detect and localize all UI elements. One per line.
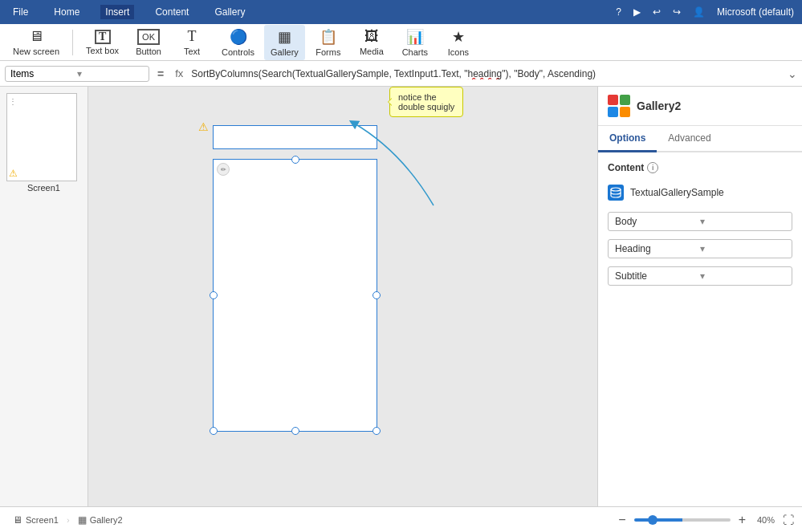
redo-icon[interactable]: ↪ — [673, 6, 681, 18]
screen1-label: Screen1 — [6, 183, 81, 193]
gallery-button[interactable]: ▦ Gallery — [264, 25, 305, 60]
body-dropdown-label: Body — [615, 216, 700, 227]
breadcrumb-screen1[interactable]: 🖥 Screen1 — [8, 513, 63, 527]
handle-mid-right[interactable] — [373, 291, 381, 299]
formula-selector-label: Items — [10, 68, 77, 79]
tooltip-bubble: notice the double squigly — [389, 87, 463, 117]
screen-warning-icon: ⚠ — [9, 168, 18, 179]
screen-dots: ⋮ — [9, 97, 17, 106]
breadcrumb: 🖥 Screen1 › ▦ Gallery2 — [8, 513, 128, 527]
icons-button[interactable]: ★ Icons — [438, 25, 478, 60]
new-screen-button[interactable]: 🖥 New screen — [6, 25, 66, 59]
tab-advanced[interactable]: Advanced — [657, 126, 722, 152]
media-button[interactable]: 🖼 Media — [352, 25, 392, 59]
zoom-minus-button[interactable]: − — [615, 513, 629, 527]
icon-cell-blue — [608, 107, 618, 117]
menu-file[interactable]: File — [8, 5, 33, 19]
body-dropdown[interactable]: Body ▾ — [608, 212, 792, 231]
handle-mid-left[interactable] — [210, 291, 218, 299]
formula-equals-sign: = — [154, 67, 167, 80]
fullscreen-button[interactable]: ⛶ — [783, 514, 794, 526]
forms-label: Forms — [316, 47, 340, 57]
text-input-box[interactable] — [213, 125, 377, 149]
handle-bot-left[interactable] — [210, 427, 218, 435]
controls-label: Controls — [222, 47, 254, 57]
body-dropdown-chevron: ▾ — [700, 216, 785, 227]
subtitle-dropdown-label: Subtitle — [615, 270, 700, 282]
ribbon: 🖥 New screen T Text box OK Button T Text… — [0, 24, 802, 61]
screen-breadcrumb-label: Screen1 — [26, 515, 59, 525]
heading-dropdown-label: Heading — [615, 243, 700, 254]
handle-bot-right[interactable] — [373, 427, 381, 435]
formula-selector[interactable]: Items ▾ — [5, 66, 149, 82]
heading-dropdown-chevron: ▾ — [700, 243, 785, 254]
gallery-label: Gallery — [271, 47, 299, 57]
gallery-breadcrumb-label: Gallery2 — [90, 515, 123, 525]
help-icon[interactable]: ? — [616, 6, 621, 18]
right-panel-header: Gallery2 — [598, 87, 802, 126]
button-icon: OK — [137, 29, 160, 45]
zoom-slider[interactable] — [634, 518, 731, 522]
play-icon[interactable]: ▶ — [633, 6, 641, 18]
gallery-canvas-element[interactable]: ✏ — [213, 159, 377, 432]
text-button[interactable]: T Text — [172, 25, 212, 59]
icon-cell-orange — [620, 107, 630, 117]
text-input-warning-icon: ⚠ — [198, 120, 209, 133]
status-bar: 🖥 Screen1 › ▦ Gallery2 − + 40% ⛶ — [0, 506, 802, 532]
subtitle-dropdown-chevron: ▾ — [700, 270, 785, 282]
datasource-icon — [608, 185, 624, 201]
media-label: Media — [360, 47, 384, 56]
screen1-thumbnail[interactable]: ⋮ ⚠ — [6, 93, 77, 181]
account-label: Microsoft (default) — [717, 6, 794, 18]
handle-bot-center[interactable] — [291, 427, 299, 435]
handle-top-center[interactable] — [291, 156, 299, 164]
text-box-label: Text box — [86, 46, 119, 55]
content-info-icon[interactable]: i — [647, 162, 658, 173]
text-icon: T — [188, 28, 197, 45]
menu-insert[interactable]: Insert — [100, 5, 134, 19]
breadcrumb-gallery2[interactable]: ▦ Gallery2 — [73, 513, 128, 527]
title-bar: File Home Insert Content Gallery ? ▶ ↩ ↪… — [0, 0, 802, 24]
ribbon-divider-1 — [72, 30, 73, 55]
zoom-plus-button[interactable]: + — [735, 513, 749, 527]
screen-thumb-container: ⋮ ⚠ Screen1 — [6, 93, 81, 193]
formula-fx-label: fx — [172, 67, 186, 79]
text-label: Text — [184, 47, 200, 56]
formula-content[interactable]: SortByColumns(Search(TextualGallerySampl… — [191, 68, 783, 79]
right-panel: Gallery2 Options Advanced Content i Text… — [597, 87, 802, 506]
gallery-edit-icon[interactable]: ✏ — [217, 163, 230, 176]
menu-content[interactable]: Content — [150, 5, 193, 19]
title-bar-menus: File Home Insert Content Gallery — [8, 5, 250, 19]
svg-point-0 — [611, 188, 621, 191]
gallery-component: ✏ — [213, 159, 377, 432]
icon-cell-red — [608, 95, 618, 105]
undo-icon[interactable]: ↩ — [653, 6, 661, 18]
charts-button[interactable]: 📊 Charts — [395, 25, 435, 60]
formula-bar: Items ▾ = fx SortByColumns(Search(Textua… — [0, 61, 802, 87]
formula-text-after: "), "Body", Ascending) — [502, 68, 596, 79]
formula-squiggly-word: heading — [468, 68, 503, 79]
subtitle-dropdown[interactable]: Subtitle ▾ — [608, 266, 792, 286]
zoom-level-label: 40% — [754, 515, 778, 525]
tooltip-line2: double squigly — [398, 102, 454, 112]
formula-expand-icon[interactable]: ⌄ — [788, 67, 797, 80]
icons-icon: ★ — [452, 28, 465, 46]
media-icon: 🖼 — [364, 28, 379, 45]
button-label: Button — [136, 47, 161, 56]
tab-options[interactable]: Options — [598, 126, 657, 152]
menu-gallery[interactable]: Gallery — [210, 5, 250, 19]
user-icon[interactable]: 👤 — [693, 6, 705, 18]
heading-dropdown[interactable]: Heading ▾ — [608, 239, 792, 258]
text-box-button[interactable]: T Text box — [79, 26, 125, 59]
breadcrumb-separator: › — [67, 515, 70, 525]
panel-content: Content i TextualGallerySample Body ▾ — [598, 152, 802, 295]
button-button[interactable]: OK Button — [128, 26, 169, 59]
menu-home[interactable]: Home — [49, 5, 84, 19]
right-panel-title: Gallery2 — [637, 99, 681, 112]
text-box-icon: T — [95, 30, 111, 44]
canvas-area: ⚠ ✏ notice the double squigly — [88, 87, 597, 506]
forms-button[interactable]: 📋 Forms — [308, 25, 348, 60]
controls-button[interactable]: 🔵 Controls — [215, 25, 261, 60]
charts-icon: 📊 — [406, 28, 424, 46]
zoom-controls: − + 40% ⛶ — [615, 513, 794, 527]
